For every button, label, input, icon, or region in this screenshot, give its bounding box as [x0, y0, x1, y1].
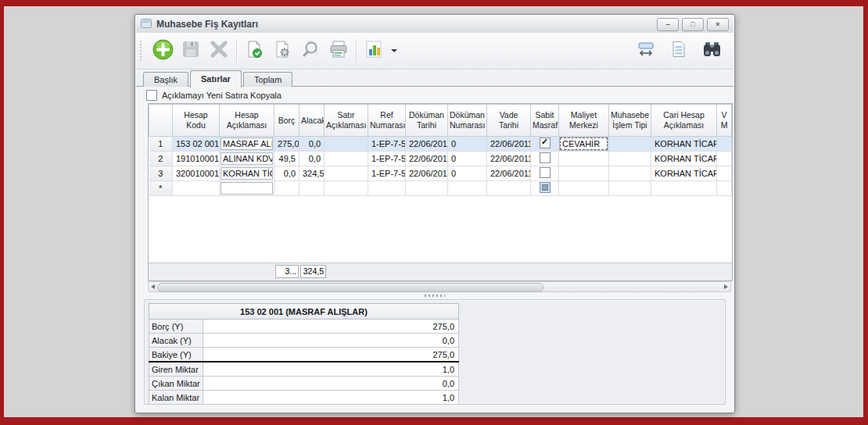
minimize-button[interactable]: –	[657, 18, 679, 31]
cell-vade-tarihi[interactable]: 22/06/2011	[487, 166, 531, 181]
cell-maliyet-merkezi[interactable]	[559, 181, 609, 196]
cell-cari-hesap-aciklamasi[interactable]	[651, 181, 717, 196]
cell-dokuman-tarihi[interactable]: 22/06/2011	[406, 166, 448, 181]
cell-clipped[interactable]	[717, 137, 732, 152]
new-row-marker[interactable]: *	[149, 181, 173, 196]
cell-hesap-kodu[interactable]	[173, 181, 220, 196]
scroll-left-arrow-icon[interactable]	[151, 284, 155, 289]
close-button[interactable]: ×	[707, 18, 729, 31]
cell-dokuman-numarasi[interactable]: 0	[448, 152, 487, 166]
cell-hesap-aciklamasi[interactable]	[220, 181, 274, 196]
scrollbar-thumb[interactable]	[157, 283, 543, 292]
cell-muhasebe-islem-tipi[interactable]	[609, 166, 651, 181]
cell-hesap-kodu[interactable]: 191010001	[173, 152, 220, 166]
grid-row-2[interactable]: 2 191010001 ALINAN KDV 49,5 0,0 1-EP-7-5…	[149, 152, 732, 166]
scroll-right-arrow-icon[interactable]	[724, 284, 728, 289]
cell-sabit-masraf[interactable]	[531, 137, 559, 152]
chart-report-dropdown[interactable]	[388, 37, 399, 65]
post-document-button[interactable]	[240, 37, 268, 65]
header-dokuman-tarihi[interactable]: Döküman Tarihi	[406, 105, 448, 137]
cell-hesap-kodu[interactable]: 320010001	[173, 166, 220, 181]
header-borc[interactable]: Borç	[274, 105, 299, 137]
cell-clipped[interactable]	[717, 152, 732, 166]
checkbox-unchecked-icon[interactable]	[540, 152, 551, 163]
cell-ref-numarasi[interactable]	[368, 181, 406, 196]
add-button[interactable]	[149, 37, 177, 65]
header-satir-aciklamasi[interactable]: Satır Açıklaması	[325, 105, 368, 137]
header-vade-tarihi[interactable]: Vade Tarihi	[487, 105, 531, 137]
header-clipped-column[interactable]: V M	[717, 105, 732, 137]
header-hesap-kodu[interactable]: Hesap Kodu	[173, 105, 220, 137]
grid-row-3[interactable]: 3 320010001 KORHAN TİCARET 0,0 324,5 1-E…	[149, 166, 732, 181]
cell-hesap-aciklamasi[interactable]: ALINAN KDV	[220, 152, 274, 166]
header-row-selector[interactable]	[149, 105, 173, 137]
cell-ref-numarasi[interactable]: 1-EP-7-5	[368, 152, 406, 166]
cell-satir-aciklamasi[interactable]	[325, 181, 368, 196]
cell-sabit-masraf[interactable]	[531, 166, 559, 181]
checkbox-indeterminate-icon[interactable]	[540, 182, 551, 193]
copy-description-option[interactable]: Açıklamayı Yeni Satıra Kopyala	[146, 89, 282, 102]
cell-satir-aciklamasi[interactable]	[325, 137, 368, 152]
fit-columns-button[interactable]	[632, 37, 660, 65]
header-ref-numarasi[interactable]: Ref Numarası	[368, 105, 406, 137]
cell-borc[interactable]: 275,0	[274, 137, 299, 152]
cell-borc[interactable]: 49,5	[274, 152, 299, 166]
cell-hesap-aciklamasi[interactable]: MASRAF ALIŞLAR	[220, 137, 274, 152]
cell-vade-tarihi[interactable]: 22/06/2011	[487, 137, 531, 152]
header-dokuman-numarasi[interactable]: Döküman Numarası	[448, 105, 487, 137]
cell-ref-numarasi[interactable]: 1-EP-7-5	[368, 166, 406, 181]
save-button[interactable]	[177, 37, 205, 65]
find-button[interactable]	[698, 37, 726, 65]
cell-dokuman-numarasi[interactable]	[448, 181, 487, 196]
cell-clipped[interactable]	[717, 181, 732, 196]
toolbar-grip[interactable]	[140, 41, 144, 61]
row-number[interactable]: 1	[149, 137, 173, 152]
grid-row-1[interactable]: 1 153 02 001 MASRAF ALIŞLAR 275,0 0,0 1-…	[149, 137, 732, 152]
cell-muhasebe-islem-tipi[interactable]	[609, 152, 651, 166]
titlebar[interactable]: Muhasebe Fiş Kayıtları – □ ×	[136, 16, 733, 34]
row-number[interactable]: 2	[149, 152, 173, 166]
process-document-button[interactable]	[268, 37, 296, 65]
cell-sabit-masraf[interactable]	[531, 152, 559, 166]
cell-muhasebe-islem-tipi[interactable]	[609, 181, 651, 196]
tab-baslik[interactable]: Başlık	[143, 72, 188, 87]
cell-alacak[interactable]: 0,0	[299, 137, 325, 152]
tab-toplam[interactable]: Toplam	[243, 72, 292, 87]
print-button[interactable]	[325, 37, 353, 65]
cell-hesap-aciklamasi[interactable]: KORHAN TİCARET	[220, 166, 274, 181]
cell-hesap-kodu[interactable]: 153 02 001	[173, 137, 220, 152]
cell-borc[interactable]: 0,0	[274, 166, 299, 181]
cell-clipped[interactable]	[717, 166, 732, 181]
cell-dokuman-numarasi[interactable]: 0	[448, 137, 487, 152]
cell-borc[interactable]	[274, 181, 299, 196]
cell-maliyet-merkezi[interactable]	[559, 166, 609, 181]
cell-alacak[interactable]: 0,0	[299, 152, 325, 166]
copy-description-checkbox[interactable]	[146, 90, 157, 101]
tab-satirlar[interactable]: Satırlar	[190, 70, 242, 88]
cell-dokuman-numarasi[interactable]: 0	[448, 166, 487, 181]
header-alacak[interactable]: Alacak	[299, 105, 325, 137]
cell-maliyet-merkezi[interactable]	[559, 152, 609, 166]
checkbox-checked-icon[interactable]	[540, 138, 551, 148]
cell-cari-hesap-aciklamasi[interactable]: KORHAN TİCARET	[651, 166, 717, 181]
search-button[interactable]	[296, 37, 325, 65]
header-cari-hesap-aciklamasi[interactable]: Cari Hesap Açıklaması	[651, 105, 717, 137]
cell-dokuman-tarihi[interactable]	[406, 181, 448, 196]
row-list-button[interactable]	[665, 37, 693, 65]
cell-ref-numarasi[interactable]: 1-EP-7-5	[368, 137, 406, 152]
delete-button[interactable]	[205, 37, 233, 65]
header-muhasebe-islem-tipi[interactable]: Muhasebe İşlem Tipi	[609, 105, 651, 137]
cell-cari-hesap-aciklamasi[interactable]: KORHAN TİCARET	[651, 137, 717, 152]
grid-new-row[interactable]: *	[149, 181, 732, 196]
chart-report-button[interactable]	[360, 37, 388, 65]
cell-vade-tarihi[interactable]	[487, 181, 531, 196]
cell-muhasebe-islem-tipi[interactable]	[609, 137, 651, 152]
cell-alacak[interactable]: 324,5	[299, 166, 325, 181]
maximize-button[interactable]: □	[682, 18, 704, 31]
panel-splitter[interactable]	[135, 294, 734, 298]
cell-vade-tarihi[interactable]: 22/06/2011	[487, 152, 531, 166]
cell-alacak[interactable]	[299, 181, 325, 196]
header-sabit-masraf[interactable]: Sabit Masraf	[531, 105, 559, 137]
horizontal-scrollbar[interactable]	[148, 281, 731, 292]
row-number[interactable]: 3	[149, 166, 173, 181]
